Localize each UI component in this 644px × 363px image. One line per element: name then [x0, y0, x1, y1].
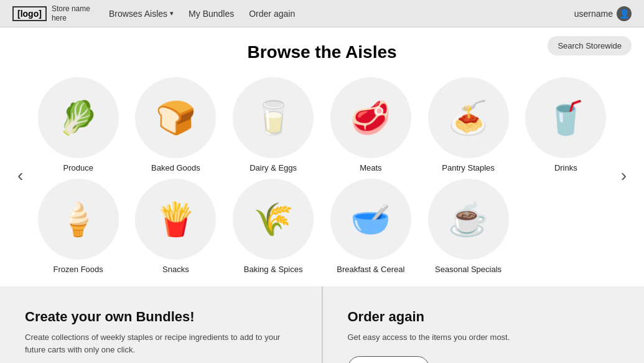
user-area: username 👤: [574, 6, 632, 21]
nav-browse-aisles[interactable]: Browses Aisles: [109, 9, 174, 19]
bundles-desc: Create collections of weekly staples or …: [25, 331, 297, 356]
order-again-section: Order again Get easy access to the items…: [323, 286, 645, 363]
user-icon[interactable]: 👤: [617, 6, 632, 21]
logo-area: [logo] Store namehere: [12, 4, 90, 22]
produce-circle: 🥬: [38, 77, 119, 158]
frozen-foods-circle: 🍦: [38, 179, 119, 260]
order-again-button[interactable]: Order again: [348, 356, 430, 364]
category-frozen-foods[interactable]: 🍦 Frozen Foods: [30, 179, 126, 274]
bottom-section: Create your own Bundles! Create collecti…: [0, 286, 644, 363]
logo: [logo]: [12, 6, 47, 21]
order-again-title: Order again: [348, 309, 620, 325]
dairy-eggs-circle: 🥛: [233, 77, 314, 158]
frozen-foods-label: Frozen Foods: [54, 265, 103, 274]
category-breakfast-cereal[interactable]: 🥣 Breakfast & Cereal: [323, 179, 418, 274]
produce-label: Produce: [63, 163, 93, 172]
category-dairy-eggs[interactable]: 🥛 Dairy & Eggs: [226, 77, 321, 172]
carousel-wrapper: ‹ 🥬 Produce 🍞 Baked Goods 🥛 Dairy & Eggs: [12, 77, 632, 274]
bundles-section: Create your own Bundles! Create collecti…: [0, 286, 323, 363]
search-storewide-button[interactable]: Search Storewide: [548, 36, 632, 55]
breakfast-cereal-label: Breakfast & Cereal: [337, 265, 404, 274]
breakfast-cereal-circle: 🥣: [330, 179, 411, 260]
carousel-next-button[interactable]: ›: [616, 166, 632, 186]
category-baking-spices[interactable]: 🌾 Baking & Spices: [226, 179, 321, 274]
carousel-prev-button[interactable]: ‹: [12, 166, 28, 186]
category-seasonal-specials[interactable]: ☕ Seasonal Specials: [421, 179, 516, 274]
baked-goods-label: Baked Goods: [151, 163, 200, 172]
username-label: username: [574, 9, 613, 19]
main-content: Search Storewide Browse the Aisles ‹ 🥬 P…: [0, 27, 644, 286]
category-pantry-staples[interactable]: 🍝 Pantry Staples: [421, 77, 516, 172]
drinks-label: Drinks: [554, 163, 577, 172]
category-snacks[interactable]: 🍟 Snacks: [128, 179, 223, 274]
seasonal-specials-circle: ☕: [428, 179, 509, 260]
baking-spices-circle: 🌾: [233, 179, 314, 260]
category-produce[interactable]: 🥬 Produce: [30, 77, 126, 172]
seasonal-specials-label: Seasonal Specials: [435, 265, 502, 274]
nav-links: Browses Aisles My Bundles Order again: [109, 9, 574, 19]
nav-order-again[interactable]: Order again: [249, 9, 295, 19]
drinks-circle: 🥤: [525, 77, 606, 158]
meats-circle: 🥩: [330, 77, 411, 158]
baked-goods-circle: 🍞: [135, 77, 216, 158]
snacks-circle: 🍟: [135, 179, 216, 260]
bundles-title: Create your own Bundles!: [25, 309, 297, 325]
meats-label: Meats: [360, 163, 381, 172]
category-baked-goods[interactable]: 🍞 Baked Goods: [128, 77, 223, 172]
pantry-staples-circle: 🍝: [428, 77, 509, 158]
snacks-label: Snacks: [162, 265, 189, 274]
dairy-eggs-label: Dairy & Eggs: [250, 163, 297, 172]
category-meats[interactable]: 🥩 Meats: [323, 77, 418, 172]
category-drinks[interactable]: 🥤 Drinks: [518, 77, 614, 172]
baking-spices-label: Baking & Spices: [244, 265, 303, 274]
categories-grid: 🥬 Produce 🍞 Baked Goods 🥛 Dairy & Eggs 🥩: [28, 77, 615, 274]
page-title: Browse the Aisles: [12, 42, 632, 62]
nav-my-bundles[interactable]: My Bundles: [189, 9, 234, 19]
order-again-desc: Get easy access to the items you order m…: [348, 331, 620, 344]
header: [logo] Store namehere Browses Aisles My …: [0, 0, 644, 27]
store-name: Store namehere: [52, 4, 90, 22]
pantry-staples-label: Pantry Staples: [442, 163, 495, 172]
